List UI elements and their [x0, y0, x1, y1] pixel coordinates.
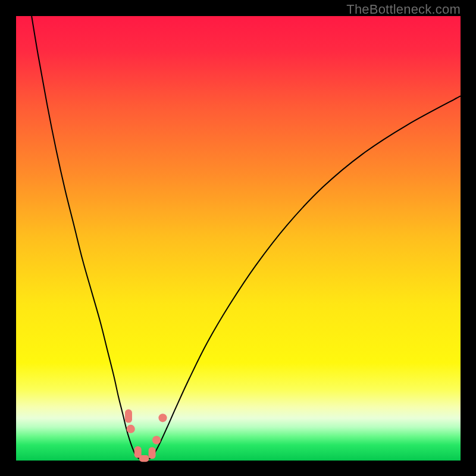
bottleneck-curve — [16, 16, 461, 461]
curve-marker — [158, 414, 167, 422]
curve-marker — [149, 447, 156, 459]
curve-marker — [125, 409, 132, 422]
watermark-text: TheBottleneck.com — [346, 2, 461, 17]
bottleneck-curve-path — [32, 16, 461, 459]
curve-marker — [127, 425, 135, 433]
chart-frame: TheBottleneck.com — [0, 0, 476, 476]
curve-marker — [139, 455, 149, 462]
plot-area — [16, 16, 461, 461]
curve-marker — [152, 436, 161, 444]
